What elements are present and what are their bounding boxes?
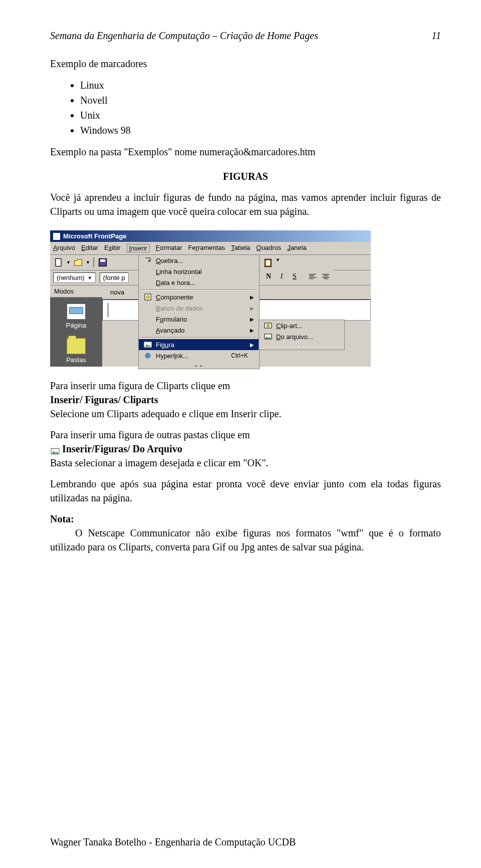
- tab-label[interactable]: nova: [106, 287, 128, 297]
- header-page-number: 11: [431, 30, 441, 42]
- blank-icon: [144, 315, 152, 323]
- italic-button[interactable]: I: [276, 271, 288, 282]
- link-icon: [144, 352, 152, 360]
- inserir-dropdown: Quebra... Linha horizontal Data e hora..…: [138, 255, 260, 369]
- toolbar-separator: [93, 257, 94, 267]
- text-line-bold: Inserir/ Figuras/ Cliparts: [50, 394, 158, 405]
- style-combo-value: (nenhum): [57, 274, 85, 281]
- menu-separator: [141, 290, 257, 290]
- save-button[interactable]: [97, 257, 108, 268]
- submenu-item-do-arquivo[interactable]: Do arquivo...: [259, 331, 344, 342]
- paragraph-outras-pastas: Para inserir uma figura de outras pastas…: [50, 428, 441, 470]
- menu-arquivo[interactable]: Arquivo: [53, 244, 75, 252]
- menu-item-label: Banco de dados: [156, 305, 203, 312]
- expand-chevrons-icon[interactable]: ⌄⌄: [259, 342, 344, 350]
- menu-item-label: Componente: [156, 294, 193, 301]
- open-button[interactable]: [73, 257, 84, 268]
- menu-item-label: Linha horizontal: [156, 268, 202, 275]
- menu-inserir[interactable]: Inserir: [127, 244, 150, 252]
- dropdown-arrow-icon[interactable]: ▼: [66, 260, 71, 265]
- menu-item-label: Data e hora...: [156, 279, 195, 286]
- underline-button[interactable]: S: [289, 271, 301, 282]
- menu-janela[interactable]: Janela: [287, 244, 306, 252]
- svg-rect-0: [56, 259, 61, 266]
- sidebar-header: Modos: [50, 285, 102, 298]
- header-title: Semana da Engenharia de Computação – Cri…: [50, 30, 318, 42]
- section-title-figuras: FIGURAS: [50, 171, 441, 182]
- text-line: Para inserir uma figura de Cliparts cliq…: [50, 380, 230, 391]
- menu-item-formulario[interactable]: Formulário ▶: [139, 314, 259, 325]
- menu-formatar[interactable]: Formatar: [156, 244, 182, 252]
- paragraph-lembrando: Lembrando que após sua página estar pron…: [50, 477, 441, 505]
- blank-icon: [144, 267, 152, 275]
- menu-label-rest: rquivo: [58, 244, 75, 251]
- svg-rect-2: [100, 259, 105, 262]
- blank-icon: [144, 278, 152, 286]
- menu-quadros[interactable]: Quadros: [257, 244, 282, 252]
- align-left-button[interactable]: [307, 271, 319, 282]
- break-icon: [144, 256, 152, 264]
- sidebar-item-label: Pastas: [66, 356, 86, 364]
- bold-button[interactable]: N: [263, 271, 275, 282]
- chevron-right-icon: ▶: [250, 342, 254, 348]
- menu-item-figura[interactable]: Figura ▶ Clip-art...: [139, 339, 259, 350]
- align-center-button[interactable]: [320, 271, 332, 282]
- svg-rect-13: [266, 260, 270, 265]
- frontpage-screenshot: Microsoft FrontPage Arquivo Editar Exibi…: [50, 230, 371, 367]
- title-bar: Microsoft FrontPage: [50, 230, 371, 242]
- text-line-bold: Inserir/Figuras/ Do Arquivo: [62, 443, 182, 454]
- paste-button[interactable]: [263, 257, 274, 268]
- menu-item-linha-horizontal[interactable]: Linha horizontal: [139, 266, 259, 277]
- list-item: Windows 98: [80, 123, 441, 138]
- sidebar-item-pastas[interactable]: Pastas: [50, 332, 102, 367]
- clipboard-icon: [263, 258, 273, 268]
- dropdown-arrow-icon: ▼: [88, 275, 92, 280]
- menu-tabela[interactable]: Tabela: [231, 244, 250, 252]
- menu-exibir[interactable]: Exibir: [104, 244, 121, 252]
- figura-submenu: Clip-art... Do arquivo... ⌄⌄: [259, 320, 345, 350]
- menu-editar[interactable]: Editar: [81, 244, 98, 252]
- clipart-icon: [264, 322, 272, 330]
- file-image-icon: [264, 333, 272, 341]
- menu-item-data-hora[interactable]: Data e hora...: [139, 277, 259, 288]
- nota-label: Nota:: [50, 513, 74, 524]
- menu-shortcut: Ctrl+K: [231, 352, 248, 359]
- image-icon: [144, 341, 152, 349]
- list-item: Unix: [80, 108, 441, 123]
- align-left-icon: [309, 274, 316, 279]
- paragraph-nota: Nota: O Netscape Communicator não exibe …: [50, 512, 441, 554]
- blank-icon: [144, 326, 152, 334]
- dropdown-arrow-icon[interactable]: ▼: [86, 260, 90, 265]
- dropdown-arrow-icon[interactable]: ▼: [276, 257, 280, 268]
- page-header: Semana da Engenharia de Computação – Cri…: [50, 30, 441, 42]
- page-view-icon: [67, 304, 86, 320]
- chevron-right-icon: ▶: [250, 317, 254, 322]
- menu-item-componente[interactable]: Componente ▶: [139, 292, 259, 303]
- menu-ferramentas[interactable]: Ferramentas: [188, 244, 225, 252]
- text-line: Basta selecionar a imagem desejada e cli…: [50, 457, 269, 468]
- submenu-item-label: Do arquivo...: [276, 333, 313, 341]
- menu-item-label: Formulário: [156, 316, 187, 323]
- new-icon: [54, 257, 64, 267]
- text-line: Selecione um Cliparts adequado e clique …: [50, 408, 282, 419]
- heading-exemplo-marcadores: Exemplo de marcadores: [50, 57, 441, 71]
- folders-view-icon: [67, 338, 86, 354]
- menu-item-quebra[interactable]: Quebra...: [139, 255, 259, 266]
- app-icon: [53, 233, 60, 240]
- chevron-right-icon: ▶: [250, 328, 254, 333]
- menu-item-avancado[interactable]: Avançado ▶: [139, 325, 259, 336]
- new-button[interactable]: [53, 257, 64, 268]
- menu-item-label: Figura: [156, 341, 174, 349]
- menu-separator: [141, 337, 257, 338]
- submenu-item-clipart[interactable]: Clip-art...: [259, 320, 344, 331]
- page-footer: Wagner Tanaka Botelho - Engenharia de Co…: [50, 836, 296, 848]
- menu-item-hyperlink[interactable]: Hyperlink... Ctrl+K: [139, 350, 259, 361]
- style-combo[interactable]: (nenhum) ▼: [53, 272, 96, 283]
- menu-item-label: Quebra...: [156, 257, 183, 264]
- align-center-icon: [322, 274, 329, 279]
- sidebar-item-pagina[interactable]: Página: [50, 298, 102, 332]
- image-icon: [50, 445, 60, 454]
- font-combo[interactable]: (fonte p: [100, 272, 129, 283]
- expand-chevrons-icon[interactable]: ⌄⌄: [139, 361, 259, 369]
- chevron-right-icon: ▶: [250, 306, 254, 311]
